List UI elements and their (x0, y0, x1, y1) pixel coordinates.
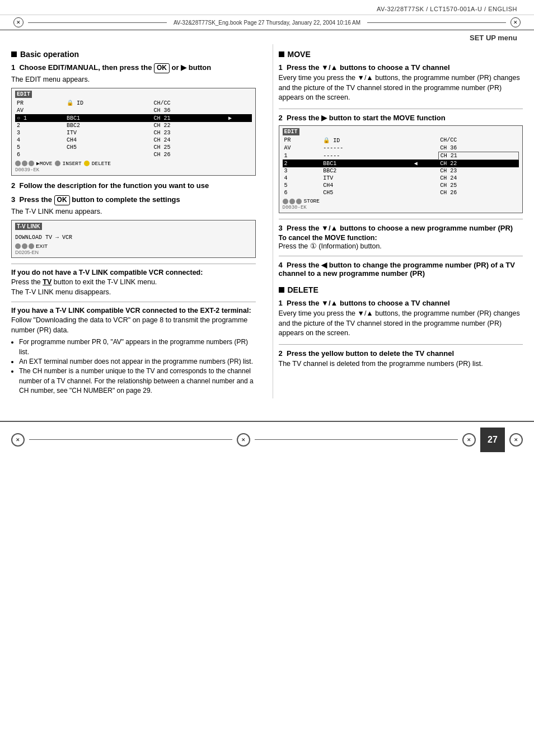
bullet-icon (11, 51, 17, 57)
bottom-line-right (255, 439, 458, 440)
right-column: MOVE 1 Press the ▼/▲ buttons to choose a… (273, 44, 523, 398)
table-row-selected: ○ 1 BBC1 CH 21 ▶ (15, 114, 252, 122)
page-number: 27 (480, 428, 505, 452)
tvlink-exit-label: EXIT (36, 243, 48, 249)
table-row: 3 ITV CH 23 (15, 129, 252, 137)
divider-1 (11, 264, 256, 264)
doc-id-move: D0030-EK (283, 205, 519, 210)
edit-menu-title: EDIT (15, 91, 32, 98)
table-row: 2 BBC2 CH 22 (15, 122, 252, 129)
bottom-right-cross: ✕ (467, 437, 471, 443)
move-step-3-title: 3 Press the ▼/▲ buttons to choose a new … (279, 224, 523, 232)
has-tvlink-heading: If you have a T-V LINK compatible VCR co… (11, 307, 256, 314)
move-menu-box: EDIT PR 🔒 ID CH/CC AV ------ CH 36 (279, 125, 523, 214)
table-row: PR 🔒 ID CH/CC (283, 137, 519, 144)
cross-mark-tl: ✕ (16, 20, 21, 25)
basic-operation-title: Basic operation (20, 50, 79, 59)
move-step-1-body: Every time you press the ▼/▲ buttons, th… (279, 73, 523, 103)
move-btn-1 (283, 199, 288, 204)
page-bottom-bar: ✕ ✕ ✕ 27 ✕ (0, 421, 534, 458)
move-title: MOVE (288, 50, 311, 59)
header-title: AV-32/28T77SK / LCT1570-001A-U / ENGLISH (377, 6, 517, 12)
step-1-title: 1 Choose EDIT/MANUAL, then press the OK … (11, 63, 256, 73)
delete-step-2-body: The TV channel is deleted from the progr… (279, 359, 523, 369)
table-row: 4 ITV CH 24 (283, 175, 519, 182)
tvlink-btn-3 (29, 243, 34, 249)
doc-id-tvlink: D0205-EN (15, 250, 252, 255)
left-column: Basic operation 1 Choose EDIT/MANUAL, th… (11, 44, 261, 398)
no-tvlink-body: Press the TV button to exit the T-V LINK… (11, 278, 256, 297)
ok-button-icon: OK (154, 63, 170, 73)
table-row: 4 CH4 CH 24 (15, 137, 252, 144)
delete-btn (84, 161, 90, 166)
page-header: AV-32/28T77SK / LCT1570-001A-U / ENGLISH (0, 0, 534, 15)
ok-button-icon-2: OK (54, 195, 70, 205)
step-3: 3 Press the OK button to complete the se… (11, 195, 256, 258)
bottom-right-area: ✕ 27 ✕ (462, 428, 523, 452)
bottom-left-cross: ✕ (16, 437, 20, 443)
tvlink-menu-box: T-V LINK DOWNLOAD TV → VCR EXIT D0205-EN (11, 220, 256, 258)
setup-menu-label: SET UP menu (0, 30, 534, 44)
top-border-row: ✕ AV-32&28T77SK_Eng.book Page 27 Thursda… (0, 15, 534, 30)
delete-label: DELETE (92, 161, 111, 167)
btn-circle-3 (29, 161, 34, 166)
move-remote-icons (283, 199, 302, 204)
step-1: 1 Choose EDIT/MANUAL, then press the OK … (11, 63, 256, 176)
delete-step-1: 1 Press the ▼/▲ buttons to choose a TV c… (279, 299, 523, 339)
divider-2 (11, 302, 256, 302)
list-item: The CH number is a number unique to the … (19, 367, 256, 396)
edit-menu-box: EDIT PR 🔒 ID CH/CC AV CH 36 (11, 88, 256, 176)
basic-operation-header: Basic operation (11, 50, 256, 59)
move-step-2: 2 Press the ▶ button to start the MOVE f… (279, 114, 523, 214)
cancel-note: To cancel the MOVE function: Press the ①… (279, 234, 523, 250)
list-item: An EXT terminal number does not appear i… (19, 357, 256, 367)
list-item: For programme number PR 0, "AV" appears … (19, 337, 256, 357)
tvlink-footer: EXIT (15, 243, 252, 249)
move-btn-3 (296, 199, 302, 204)
bottom-line-left (29, 439, 232, 440)
move-edit-menu-title: EDIT (283, 128, 299, 135)
tvlink-remote-icons (15, 243, 34, 249)
table-row: 3 BBC2 CH 23 (283, 167, 519, 175)
tvlink-content: DOWNLOAD TV → VCR (15, 234, 252, 241)
tvlink-title: T-V LINK (15, 223, 42, 230)
bottom-far-right-circle: ✕ (509, 433, 523, 447)
file-reference: AV-32&28T77SK_Eng.book Page 27 Thursday,… (174, 20, 360, 26)
bottom-center-cross: ✕ (241, 437, 246, 443)
bottom-right-circle: ✕ (462, 433, 476, 447)
table-row-selected: 2 BBC1 ◀ CH 22 (283, 159, 519, 167)
table-row: 6 CH 26 (15, 151, 252, 158)
top-right-corner-circle: ✕ (510, 17, 521, 27)
move-step-1: 1 Press the ▼/▲ buttons to choose a TV c… (279, 63, 523, 103)
step-3-title: 3 Press the OK button to complete the se… (11, 195, 256, 205)
bottom-far-right-cross: ✕ (514, 437, 518, 443)
tvlink-btn-1 (15, 243, 21, 249)
move-step-4-title: 4 Press the ◀ button to change the progr… (279, 261, 523, 278)
move-edit-menu-footer: STORE (283, 198, 519, 204)
move-section-header: MOVE (279, 50, 523, 59)
doc-id-edit: D0039-EK (15, 167, 252, 173)
tvlink-btn-2 (22, 243, 27, 249)
remote-icons (15, 161, 34, 166)
move-bullet-icon (279, 51, 284, 57)
move-step-1-title: 1 Press the ▼/▲ buttons to choose a TV c… (279, 63, 523, 72)
tv-text: TV (43, 278, 51, 286)
border-line-left (28, 22, 167, 23)
delete-step-1-title: 1 Press the ▼/▲ buttons to choose a TV c… (279, 299, 523, 307)
delete-title: DELETE (288, 285, 318, 294)
edit-menu-table: PR 🔒 ID CH/CC AV CH 36 ○ 1 BBC1 (15, 99, 252, 158)
step-2-title: 2 Follow the description for the functio… (11, 181, 256, 190)
move-step-3: 3 Press the ▼/▲ buttons to choose a new … (279, 224, 523, 250)
move-step-2-title: 2 Press the ▶ button to start the MOVE f… (279, 114, 523, 122)
bottom-center-circle: ✕ (237, 433, 250, 447)
btn-circle-2 (22, 161, 27, 166)
table-row: 1 ----- CH 21 (283, 152, 519, 159)
move-edit-menu-table: PR 🔒 ID CH/CC AV ------ CH 36 1 ----- (283, 137, 519, 197)
divider-move-1 (279, 109, 523, 109)
border-line-right (367, 22, 506, 23)
move-label: ▶MOVE (36, 160, 53, 167)
step-3-body: The T-V LINK menu appears. (11, 207, 256, 217)
step-2: 2 Follow the description for the functio… (11, 181, 256, 190)
divider-move-3 (279, 256, 523, 256)
insert-btn (55, 161, 60, 166)
